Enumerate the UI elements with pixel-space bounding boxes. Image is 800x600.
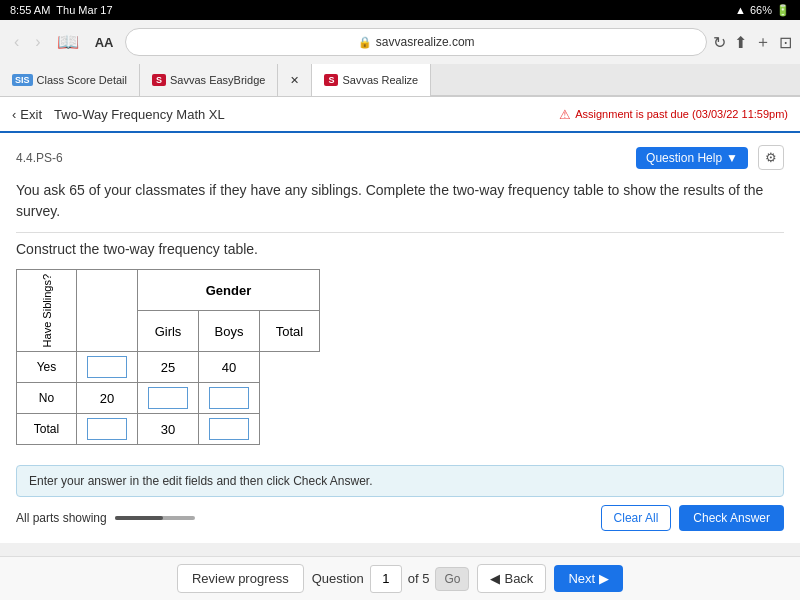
app-header: ‹ Exit Two-Way Frequency Math XL ⚠ Assig… (0, 97, 800, 133)
assignment-warning: ⚠ Assignment is past due (03/03/22 11:59… (559, 107, 788, 122)
exit-button[interactable]: ‹ Exit (12, 107, 42, 122)
back-button[interactable]: ◀ Back (477, 564, 546, 593)
url-text: savvasrealize.com (376, 35, 475, 49)
tab-close[interactable]: ✕ (278, 64, 312, 96)
sub-question-text: Construct the two-way frequency table. (16, 241, 784, 257)
total-label: Total (17, 414, 77, 445)
bookmarks-icon: 📖 (53, 31, 83, 53)
arrow-left-icon: ◀ (490, 571, 500, 586)
total-header: Total (260, 311, 320, 352)
boys-header: Boys (199, 311, 260, 352)
yes-girls-input[interactable] (87, 356, 127, 378)
no-girls-cell: 20 (77, 383, 138, 414)
sis-badge: SIS (12, 74, 33, 86)
parts-slider-fill (115, 516, 163, 520)
yes-boys-cell: 25 (138, 352, 199, 383)
close-tab-icon: ✕ (290, 74, 299, 87)
new-tab-button[interactable]: ＋ (755, 32, 771, 53)
frequency-table: Have Siblings? Gender Girls Boys Total Y… (16, 269, 320, 445)
arrow-right-icon: ▶ (599, 571, 609, 586)
table-row-yes: Yes 25 40 (17, 352, 320, 383)
instruction-text: Enter your answer in the edit fields and… (29, 474, 373, 488)
check-answer-button[interactable]: Check Answer (679, 505, 784, 531)
aa-button[interactable]: AA (89, 33, 120, 52)
girls-header: Girls (138, 311, 199, 352)
back-label: Back (504, 571, 533, 586)
browser-chrome: ‹ › 📖 AA 🔒 savvasrealize.com ↻ ⬆ ＋ ⊡ SIS… (0, 20, 800, 97)
question-text: You ask 65 of your classmates if they ha… (16, 180, 784, 222)
parts-slider (115, 516, 195, 520)
review-progress-button[interactable]: Review progress (177, 564, 304, 593)
bottom-navigation: Review progress Question of 5 Go ◀ Back … (0, 556, 800, 600)
back-nav-button[interactable]: ‹ (8, 31, 25, 53)
total-girls-input[interactable] (87, 418, 127, 440)
no-boys-cell (138, 383, 199, 414)
row-header: Have Siblings? (17, 270, 77, 352)
question-help-label: Question Help (646, 151, 722, 165)
easybridge-badge: S (152, 74, 166, 86)
status-day: Thu Mar 17 (56, 4, 112, 16)
gender-header: Gender (138, 270, 320, 311)
warning-icon: ⚠ (559, 107, 571, 122)
total-total-cell (199, 414, 260, 445)
main-content: 4.4.PS-6 Question Help ▼ ⚙ You ask 65 of… (0, 133, 800, 543)
answer-controls: All parts showing Clear All Check Answer (16, 505, 784, 531)
yes-label: Yes (17, 352, 77, 383)
tab-easybridge[interactable]: S Savvas EasyBridge (140, 64, 278, 96)
tab-realize[interactable]: S Savvas Realize (312, 64, 431, 96)
exit-label: Exit (20, 107, 42, 122)
question-label: Question (312, 571, 364, 586)
no-total-cell (199, 383, 260, 414)
share-button[interactable]: ⬆ (734, 33, 747, 52)
table-row-no: No 20 (17, 383, 320, 414)
battery-level: 66% (750, 4, 772, 16)
instruction-bar: Enter your answer in the edit fields and… (16, 465, 784, 497)
wifi-icon: ▲ (735, 4, 746, 16)
tab-realize-label: Savvas Realize (342, 74, 418, 86)
question-id: 4.4.PS-6 (16, 151, 63, 165)
browser-tabs: SIS Class Score Detail S Savvas EasyBrid… (0, 64, 800, 96)
gear-icon: ⚙ (765, 150, 777, 165)
nav-buttons: ‹ › (8, 31, 47, 53)
reload-button[interactable]: ↻ (713, 33, 726, 52)
chevron-left-icon: ‹ (12, 107, 16, 122)
url-bar[interactable]: 🔒 savvasrealize.com (125, 28, 707, 56)
page-title: Two-Way Frequency Math XL (54, 107, 225, 122)
no-label: No (17, 383, 77, 414)
total-boys-cell: 30 (138, 414, 199, 445)
battery-icon: 🔋 (776, 4, 790, 17)
of-label: of 5 (408, 571, 430, 586)
question-nav: Question of 5 Go (312, 565, 470, 593)
divider (16, 232, 784, 233)
question-help-button[interactable]: Question Help ▼ (636, 147, 748, 169)
yes-total-cell: 40 (199, 352, 260, 383)
tab-class-score[interactable]: SIS Class Score Detail (0, 64, 140, 96)
no-total-input[interactable] (209, 387, 249, 409)
lock-icon: 🔒 (358, 36, 372, 49)
status-bar: 8:55 AM Thu Mar 17 ▲ 66% 🔋 (0, 0, 800, 20)
next-label: Next (568, 571, 595, 586)
question-id-bar: 4.4.PS-6 Question Help ▼ ⚙ (16, 145, 784, 170)
question-number-input[interactable] (370, 565, 402, 593)
browser-actions: ↻ ⬆ ＋ ⊡ (713, 32, 792, 53)
realize-badge: S (324, 74, 338, 86)
go-button[interactable]: Go (435, 567, 469, 591)
dropdown-icon: ▼ (726, 151, 738, 165)
all-parts-label: All parts showing (16, 511, 107, 525)
clear-all-button[interactable]: Clear All (601, 505, 672, 531)
tab-easybridge-label: Savvas EasyBridge (170, 74, 265, 86)
frequency-table-wrapper: Have Siblings? Gender Girls Boys Total Y… (16, 269, 320, 445)
browser-toolbar: ‹ › 📖 AA 🔒 savvasrealize.com ↻ ⬆ ＋ ⊡ (0, 20, 800, 64)
forward-nav-button[interactable]: › (29, 31, 46, 53)
table-row-total: Total 30 (17, 414, 320, 445)
settings-button[interactable]: ⚙ (758, 145, 784, 170)
no-boys-input[interactable] (148, 387, 188, 409)
warning-text: Assignment is past due (03/03/22 11:59pm… (575, 108, 788, 120)
total-total-input[interactable] (209, 418, 249, 440)
total-girls-cell (77, 414, 138, 445)
status-time: 8:55 AM (10, 4, 50, 16)
tabs-button[interactable]: ⊡ (779, 33, 792, 52)
next-button[interactable]: Next ▶ (554, 565, 623, 592)
yes-girls-cell (77, 352, 138, 383)
tab-class-score-label: Class Score Detail (37, 74, 127, 86)
